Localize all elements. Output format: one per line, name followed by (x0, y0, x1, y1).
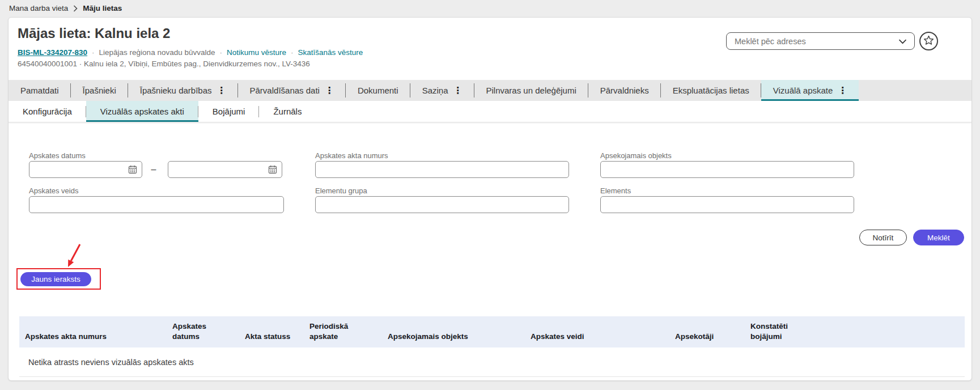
tab-label: Īpašnieku darbības (140, 86, 212, 95)
tab-pilnvaras-un-delegejumi[interactable]: Pilnvaras un deleģējumi (474, 80, 588, 101)
tab-label: Pamatdati (20, 86, 59, 95)
breadcrumb-chevron-icon (73, 5, 78, 12)
apskates-akta-numurs-input[interactable] (315, 161, 569, 178)
breadcrumb-item-current: Māju lietas (83, 4, 122, 12)
view-history-link[interactable]: Skatīšanās vēsture (298, 48, 363, 57)
column-header-apskates-akta-numurs: Apskates akta numurs (19, 332, 167, 347)
events-history-link[interactable]: Notikumu vēsture (227, 48, 286, 57)
tab-label: Īpašnieki (83, 86, 116, 95)
tab-pamatdati[interactable]: Pamatdati (9, 80, 71, 101)
column-header-periodiska-apskate: Periodiskā apskate (304, 321, 382, 347)
apskates-veids-input[interactable] (29, 196, 284, 213)
date-from-input[interactable] (29, 161, 142, 178)
case-number-link[interactable]: BIS-ML-334207-830 (18, 48, 87, 57)
apskates-veids-label: Apskates veids (29, 186, 78, 195)
page: Mana darba vieta Māju lietas Mājas lieta… (0, 0, 980, 390)
date-to-input[interactable] (168, 161, 282, 178)
apskates-datums-label: Apskates datums (29, 151, 86, 160)
tab-ipasnieku-darbibas[interactable]: Īpašnieku darbības⋮ (128, 80, 238, 101)
header-meta: BIS-ML-334207-830 · Liepājas reģiona nov… (18, 48, 363, 57)
breadcrumb: Mana darba vieta Māju lietas (9, 4, 122, 12)
results-table-header: Apskates akta numursApskates datumsAkta … (19, 316, 965, 347)
search-by-address-select[interactable]: Meklēt pēc adreses (726, 32, 915, 50)
meta-separator: · (291, 48, 294, 57)
tab-vizuala-apskate[interactable]: Vizuālā apskate⋮ (761, 80, 859, 101)
elements-label: Elements (600, 186, 631, 195)
tab-label: Dokumenti (358, 86, 398, 95)
search-by-address-placeholder: Meklēt pēc adreses (735, 37, 806, 46)
elementu-grupa-label: Elementu grupa (315, 186, 367, 195)
column-header-apsekojamais-objekts: Apsekojamais objekts (382, 332, 525, 347)
subtab-zurnals[interactable]: Žurnāls (259, 101, 316, 122)
tab-parvaldisanas-dati[interactable]: Pārvaldīšanas dati⋮ (238, 80, 346, 101)
tab-ipasnieki[interactable]: Īpašnieki (71, 80, 128, 101)
elementu-grupa-input[interactable] (315, 196, 569, 213)
cadastre-address-line: 64540040001001 · Kalnu iela 2, Vībiņi, E… (18, 60, 310, 68)
page-title: Mājas lieta: Kalnu iela 2 (18, 26, 170, 41)
search-button[interactable]: Meklēt (913, 230, 964, 245)
date-to-wrap (168, 161, 282, 178)
tab-label: Pārvaldīšanas dati (250, 86, 320, 95)
column-header-apsekotaji: Apsekotāji (669, 332, 745, 347)
annotation-red-arrow-icon (57, 242, 88, 274)
breadcrumb-item-workspace[interactable]: Mana darba vieta (9, 4, 68, 12)
tab-kebab-menu-icon[interactable]: ⋮ (217, 86, 226, 95)
subtab-bojajumi[interactable]: Bojājumi (198, 101, 260, 122)
tab-kebab-menu-icon[interactable]: ⋮ (325, 86, 334, 95)
column-header-apskates-datums: Apskates datums (167, 321, 239, 347)
meta-separator: · (219, 48, 222, 57)
elements-input[interactable] (600, 196, 854, 213)
tab-ekspluatacijas-lietas[interactable]: Ekspluatācijas lietas (661, 80, 761, 101)
tab-kebab-menu-icon[interactable]: ⋮ (838, 86, 847, 95)
tab-sazina[interactable]: Saziņa⋮ (410, 80, 474, 101)
main-card: Mājas lieta: Kalnu iela 2 BIS-ML-334207-… (8, 17, 972, 381)
meta-separator: · (92, 48, 95, 57)
apsekojamais-objekts-input[interactable] (600, 161, 854, 178)
subtab-vizualas-apskates-akti[interactable]: Vizuālās apskates akti (86, 101, 198, 122)
chevron-down-icon (898, 36, 907, 46)
column-header-konstateti-bojajumi: Konstatēti bojājumi (745, 321, 808, 347)
empty-message: Netika atrasts neviens vizuālās apskates… (28, 358, 194, 367)
clear-button[interactable]: Notīrīt (859, 230, 907, 245)
column-header-apskates-veidi: Apskates veidi (525, 332, 669, 347)
authority-label: Liepājas reģiona novadu būvvalde (99, 48, 215, 57)
results-empty-row: Netika atrasts neviens vizuālās apskates… (19, 347, 965, 377)
tab-label: Pārvaldnieks (600, 86, 649, 95)
star-icon (923, 35, 934, 48)
tab-label: Ekspluatācijas lietas (673, 86, 749, 95)
sub-tabs: KonfigurācijaVizuālās apskates aktiBojāj… (9, 101, 971, 122)
tab-label: Vizuālā apskate (773, 86, 833, 95)
tab-label: Pilnvaras un deleģējumi (486, 86, 576, 95)
date-range-dash: – (145, 161, 163, 178)
apsekojamais-objekts-label: Apsekojamais objekts (600, 151, 672, 160)
tab-parvaldnieks[interactable]: Pārvaldnieks (588, 80, 661, 101)
subtab-konfiguracija[interactable]: Konfigurācija (9, 101, 86, 122)
apskates-akta-numurs-label: Apskates akta numurs (315, 151, 388, 160)
tab-dokumenti[interactable]: Dokumenti (346, 80, 410, 101)
new-record-button[interactable]: Jauns ieraksts (20, 272, 91, 286)
main-tabs: PamatdatiĪpašniekiĪpašnieku darbības⋮Pār… (9, 80, 971, 101)
tab-kebab-menu-icon[interactable]: ⋮ (453, 86, 463, 95)
tab-label: Saziņa (422, 86, 448, 95)
date-from-wrap (29, 161, 142, 178)
column-header-akta-statuss: Akta statuss (239, 332, 304, 347)
favorite-star-button[interactable] (919, 32, 938, 50)
